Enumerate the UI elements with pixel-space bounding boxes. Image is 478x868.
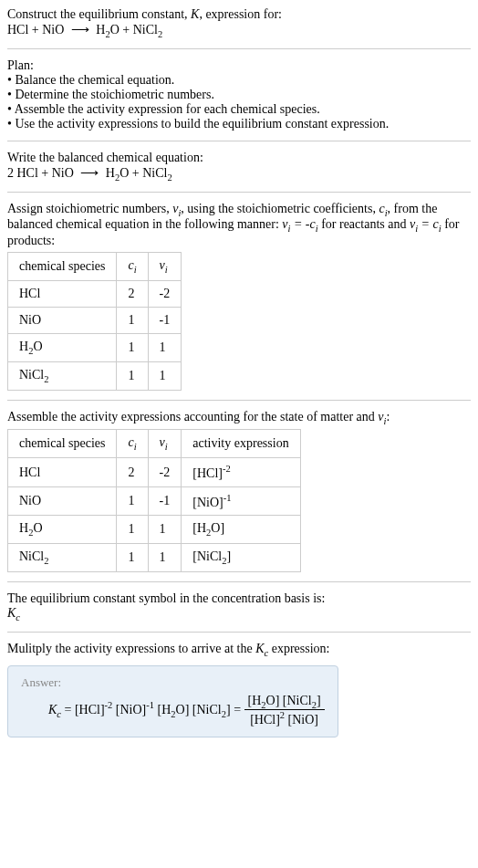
table-cell: 2: [117, 280, 148, 307]
table-cell: 1: [148, 544, 182, 572]
divider: [7, 632, 471, 633]
symbol-text: The equilibrium constant symbol in the c…: [7, 591, 471, 606]
plan-item: • Balance the chemical equation.: [7, 73, 471, 88]
balanced-equation: 2 HCl + NiO ⟶ H2O + NiCl2: [7, 166, 172, 180]
activity-table: chemical species ci νi activity expressi…: [7, 429, 301, 572]
table-header: ci: [117, 253, 148, 281]
intro-equation: HCl + NiO ⟶ H2O + NiCl2: [7, 23, 162, 37]
table-cell: 1: [117, 516, 148, 544]
table-cell: 1: [117, 361, 148, 390]
plan-item: • Use the activity expressions to build …: [7, 117, 471, 131]
fraction-denominator: [HCl]2 [NiO]: [244, 710, 325, 727]
table-header: νi: [148, 253, 182, 281]
plan-title: Plan:: [7, 58, 471, 73]
intro-section: Construct the equilibrium constant, K, e…: [7, 7, 471, 39]
arrow-icon: ⟶: [68, 22, 93, 37]
ci-symbol: ci: [379, 202, 387, 215]
table-row: NiCl2 1 1: [8, 361, 182, 390]
table-header: chemical species: [8, 430, 117, 458]
table-row: HCl 2 -2: [8, 280, 182, 307]
eq2: νi = ci: [410, 217, 442, 231]
activity-text: Assemble the activity expressions accoun…: [7, 410, 390, 424]
answer-box: Answer: Kc = [HCl]-2 [NiO]-1 [H2O] [NiCl…: [7, 665, 338, 737]
table-row: HCl 2 -2 [HCl]-2: [8, 458, 301, 487]
eq1: νi = -ci: [282, 217, 317, 231]
divider: [7, 48, 471, 49]
table-cell: NiCl2: [8, 544, 117, 572]
table-row: NiCl2 1 1 [NiCl2]: [8, 544, 301, 572]
stoich-section: Assign stoichiometric numbers, νi, using…: [7, 202, 471, 391]
multiply-text: Mulitply the activity expressions to arr…: [7, 642, 329, 655]
table-row: H2O 1 1: [8, 333, 182, 361]
K-symbol: K: [191, 7, 199, 21]
table-cell: 1: [117, 333, 148, 361]
divider: [7, 581, 471, 582]
table-header-row: chemical species ci νi activity expressi…: [8, 430, 301, 458]
table-cell: 1: [117, 544, 148, 572]
table-cell: -2: [148, 280, 182, 307]
plan-section: Plan: • Balance the chemical equation. •…: [7, 58, 471, 131]
divider: [7, 400, 471, 401]
table-cell: 1: [148, 333, 182, 361]
table-cell: NiO: [8, 307, 117, 333]
table-cell: 1: [148, 516, 182, 544]
answer-label: Answer:: [21, 675, 325, 690]
intro-text: Construct the equilibrium constant,: [7, 7, 191, 21]
intro-text-b: , expression for:: [199, 7, 282, 21]
table-cell: [NiO]-1: [182, 486, 300, 516]
symbol-section: The equilibrium constant symbol in the c…: [7, 591, 471, 622]
table-cell: HCl: [8, 458, 117, 487]
table-header-row: chemical species ci νi: [8, 253, 182, 281]
table-cell: 1: [117, 486, 148, 516]
answer-equation: Kc = [HCl]-2 [NiO]-1 [H2O] [NiCl2] = [H2…: [21, 694, 325, 727]
table-cell: [HCl]-2: [182, 458, 300, 487]
table-cell: -2: [148, 458, 182, 487]
nu-symbol: νi: [172, 202, 181, 215]
plan-item: • Assemble the activity expression for e…: [7, 102, 471, 117]
stoich-text: , using the stoichiometric coefficients,: [181, 202, 379, 215]
fraction-numerator: [H2O] [NiCl2]: [244, 694, 325, 711]
table-cell: H2O: [8, 516, 117, 544]
balanced-title: Write the balanced chemical equation:: [7, 151, 471, 165]
stoich-text: for reactants and: [318, 217, 410, 231]
table-cell: 2: [117, 458, 148, 487]
table-cell: 1: [148, 361, 182, 390]
fraction: [H2O] [NiCl2] [HCl]2 [NiO]: [244, 694, 325, 727]
table-header: chemical species: [8, 253, 117, 281]
table-cell: NiCl2: [8, 361, 117, 390]
kc-symbol: Kc: [7, 606, 20, 620]
stoich-table: chemical species ci νi HCl 2 -2 NiO 1 -1…: [7, 252, 182, 390]
activity-section: Assemble the activity expressions accoun…: [7, 410, 471, 573]
arrow-icon: ⟶: [77, 165, 102, 181]
stoich-text: Assign stoichiometric numbers,: [7, 202, 172, 215]
divider: [7, 192, 471, 193]
table-cell: NiO: [8, 486, 117, 516]
table-cell: -1: [148, 486, 182, 516]
table-row: NiO 1 -1: [8, 307, 182, 333]
table-header: νi: [148, 430, 182, 458]
balanced-section: Write the balanced chemical equation: 2 …: [7, 151, 471, 183]
divider: [7, 141, 471, 141]
table-cell: HCl: [8, 280, 117, 307]
plan-item: • Determine the stoichiometric numbers.: [7, 88, 471, 102]
table-cell: [NiCl2]: [182, 544, 300, 572]
table-row: H2O 1 1 [H2O]: [8, 516, 301, 544]
table-cell: [H2O]: [182, 516, 300, 544]
table-row: NiO 1 -1 [NiO]-1: [8, 486, 301, 516]
table-cell: 1: [117, 307, 148, 333]
table-cell: -1: [148, 307, 182, 333]
table-header: ci: [117, 430, 148, 458]
table-header: activity expression: [182, 430, 300, 458]
table-cell: H2O: [8, 333, 117, 361]
multiply-section: Mulitply the activity expressions to arr…: [7, 642, 471, 658]
